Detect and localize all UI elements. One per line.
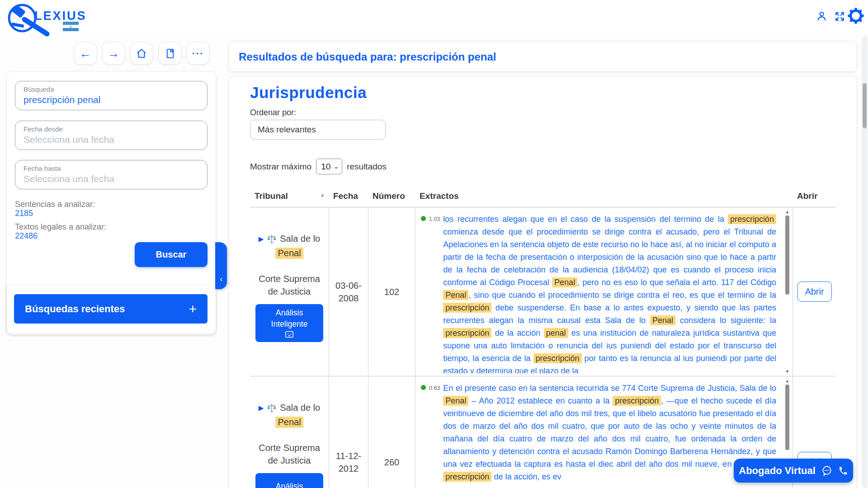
- recent-searches-title: Búsquedas recientes: [25, 303, 125, 315]
- abogado-virtual-label: Abogado Virtual: [739, 465, 816, 477]
- abrir-button[interactable]: Abrir: [797, 282, 832, 302]
- search-field-label: Búsqueda: [24, 85, 207, 93]
- court-chamber-highlight: Penal: [275, 417, 303, 428]
- settings-gear-icon[interactable]: [847, 7, 864, 24]
- analisis-inteligente-button[interactable]: Análisis Inteligente: [255, 473, 323, 488]
- chevron-left-icon: ‹: [220, 275, 222, 284]
- page-scrollbar-thumb[interactable]: [863, 83, 867, 128]
- relevance-dot-icon: [421, 216, 426, 221]
- fullscreen-icon[interactable]: [834, 11, 845, 22]
- sentencias-label: Sentencias a analizar:: [15, 200, 95, 209]
- section-title: Jurisprudencia: [250, 84, 367, 102]
- home-icon: [136, 47, 147, 59]
- max-results-select[interactable]: 10 ⌄: [316, 159, 342, 174]
- scroll-up-icon[interactable]: ▲: [785, 210, 789, 214]
- nav-home-button[interactable]: [130, 42, 153, 65]
- bookmark-book-icon: [165, 48, 176, 59]
- robot-face-icon: [284, 330, 294, 339]
- abogado-virtual-button[interactable]: Abogado Virtual: [734, 459, 853, 483]
- extract-scrollbar[interactable]: ▲ ▼: [784, 210, 790, 374]
- nav-forward-button[interactable]: →: [102, 42, 125, 65]
- search-field[interactable]: Búsqueda: [15, 81, 208, 110]
- results-table: Tribunal ▲ Fecha Número Extractos Abrir …: [250, 187, 836, 488]
- numero-cell: 102: [368, 207, 415, 376]
- court-chamber-highlight: Penal: [275, 248, 303, 259]
- app-window: LEXIUS: [0, 0, 868, 488]
- order-by-select[interactable]: Más relevantes: [250, 120, 386, 140]
- court-name-line1: Corte Suprema: [259, 272, 320, 285]
- extract-cell: 1.03 los recurrentes alegan que en el ca…: [415, 207, 793, 376]
- order-by-value: Más relevantes: [258, 125, 316, 135]
- forward-arrow-icon: →: [108, 47, 119, 59]
- col-header-tribunal[interactable]: Tribunal ▲: [250, 187, 329, 207]
- court-name-line2: de Justicia: [259, 454, 320, 467]
- sentencias-count: 2185: [15, 209, 33, 218]
- relevance-score: 1.03: [429, 216, 440, 373]
- results-content-panel: Jurisprudencia Ordenar por: Más relevant…: [229, 77, 856, 488]
- relevance-dot-icon: [421, 385, 426, 390]
- date-to-input[interactable]: [24, 174, 195, 184]
- textos-label: Textos legales a analizar:: [15, 222, 106, 232]
- nav-bookmark-button[interactable]: [159, 42, 181, 65]
- brand-name: LEXIUS: [34, 9, 87, 23]
- date-from-input[interactable]: [24, 134, 195, 145]
- textos-count: 22486: [15, 231, 38, 241]
- scroll-thumb[interactable]: [785, 216, 789, 295]
- buscar-button[interactable]: Buscar: [135, 242, 208, 267]
- court-name-line1: Corte Suprema: [259, 441, 320, 454]
- court-chamber-text: Sala de lo: [280, 403, 320, 413]
- date-from-field[interactable]: Fecha desde: [15, 121, 208, 150]
- date-from-label: Fecha desde: [24, 125, 207, 133]
- sidebar-collapse-handle[interactable]: ‹: [215, 242, 227, 289]
- abrir-cell: Abrir: [793, 207, 836, 376]
- max-results-suffix: resultados: [347, 162, 387, 172]
- sort-asc-icon: ▲: [320, 192, 325, 197]
- nicaragua-flag-icon: [63, 22, 79, 31]
- chat-bubble-icon: [821, 465, 833, 477]
- date-to-field[interactable]: Fecha hasta: [15, 160, 208, 189]
- max-results-row: Mostrar máximo 10 ⌄ resultados: [250, 159, 387, 174]
- col-header-fecha[interactable]: Fecha: [329, 187, 368, 207]
- tribunal-cell: ▶ Sala de lo Penal: [250, 207, 329, 376]
- results-title: Resultados de búsqueda para: prescripció…: [239, 42, 496, 71]
- table-row: ▶ Sala de lo Penal: [250, 207, 836, 376]
- date-to-label: Fecha hasta: [24, 164, 207, 172]
- search-input[interactable]: [24, 94, 195, 105]
- back-arrow-icon: ←: [80, 47, 91, 59]
- chevron-down-icon: ⌄: [334, 163, 339, 170]
- results-title-bar: Resultados de búsqueda para: prescripció…: [229, 42, 856, 71]
- col-header-extractos[interactable]: Extractos: [415, 187, 793, 207]
- recent-searches-panel: Búsquedas recientes +: [7, 285, 216, 334]
- expand-play-icon[interactable]: ▶: [259, 235, 264, 243]
- extract-text: los recurrentes alegan que en el caso de…: [443, 213, 776, 373]
- scroll-up-icon[interactable]: ▲: [785, 379, 789, 383]
- user-profile-icon[interactable]: [816, 10, 828, 22]
- scales-of-justice-icon: [267, 403, 277, 413]
- order-by-label: Ordenar por:: [250, 108, 296, 117]
- relevance-score: 0.63: [429, 385, 440, 488]
- max-results-prefix: Mostrar máximo: [250, 162, 311, 172]
- expand-play-icon[interactable]: ▶: [259, 404, 264, 412]
- plus-icon: +: [189, 301, 197, 317]
- recent-searches-button[interactable]: Búsquedas recientes +: [14, 294, 208, 324]
- fecha-cell: 03-06-2008: [329, 207, 368, 376]
- phone-icon: [838, 466, 848, 476]
- fecha-cell: 11-12-2012: [329, 376, 368, 488]
- scales-of-justice-icon: [267, 234, 277, 244]
- analisis-inteligente-button[interactable]: Análisis Inteligente: [255, 304, 323, 342]
- numero-cell: 260: [368, 376, 415, 488]
- app-header: LEXIUS: [0, 0, 868, 33]
- table-header-row: Tribunal ▲ Fecha Número Extractos Abrir: [250, 187, 836, 207]
- court-chamber-text: Sala de lo: [280, 234, 320, 244]
- tribunal-cell: ▶ Sala de lo Penal: [250, 376, 329, 488]
- col-header-abrir: Abrir: [793, 187, 836, 207]
- nav-back-button[interactable]: ←: [74, 42, 97, 65]
- scroll-thumb[interactable]: [785, 385, 789, 450]
- court-name-line2: de Justicia: [259, 285, 320, 298]
- scroll-down-icon[interactable]: ▼: [785, 369, 789, 374]
- col-header-numero[interactable]: Número: [368, 187, 415, 207]
- more-ellipsis-icon: ···: [192, 48, 204, 59]
- extract-text: En el presente caso en la sentencia recu…: [443, 382, 776, 488]
- max-results-value: 10: [321, 162, 330, 172]
- nav-more-button[interactable]: ···: [187, 42, 209, 65]
